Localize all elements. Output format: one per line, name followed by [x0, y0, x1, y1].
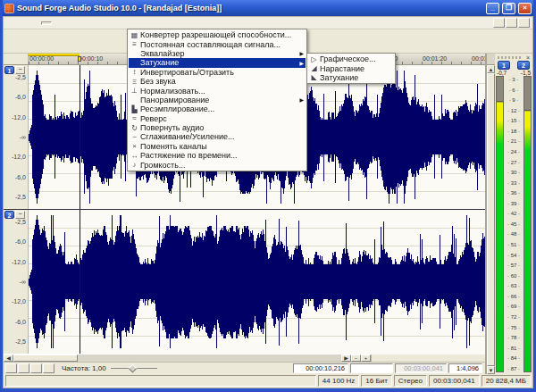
menubar-item[interactable] [14, 22, 23, 24]
meter-titlebar[interactable]: × [496, 54, 532, 61]
loop-region-bar[interactable] [29, 54, 80, 56]
meter-tick-label: 84 [504, 355, 523, 361]
horizontal-scrollbar[interactable]: ◀ ▶ − + [4, 354, 485, 362]
loop-playback-button[interactable] [21, 42, 35, 53]
channel-2-minimize-button[interactable]: − [15, 211, 25, 219]
save-button[interactable] [36, 30, 50, 41]
bit-depth-pane: 16 Бит [361, 375, 392, 387]
go-to-start-button[interactable] [5, 363, 17, 373]
process-menu-item[interactable]: Затухание ▶ [129, 58, 306, 67]
stop-button[interactable] [30, 363, 42, 373]
zoom-out-time-button[interactable]: − [351, 354, 361, 362]
maximize-button[interactable]: ❐ [502, 3, 515, 14]
scroll-up-button[interactable]: ▲ [487, 65, 495, 73]
save-as-button[interactable] [51, 30, 65, 41]
menu-item-label: Громкость... [140, 161, 298, 170]
db-scale-label: -∞ [4, 134, 26, 140]
process-menu-item[interactable]: ↕ Инвертировать/Отразить [129, 68, 306, 77]
scroll-left-button[interactable]: ◀ [4, 354, 13, 362]
menu-item-label: Без звука [140, 77, 298, 86]
process-menu-item[interactable]: × Поменять каналы [129, 142, 306, 151]
menubar-item[interactable] [96, 22, 105, 24]
meter-peak-right: -1,5 [521, 70, 531, 76]
db-scale-label: -2,5 [4, 219, 26, 225]
channel-2-wave-area[interactable] [29, 210, 485, 354]
play-button[interactable] [43, 363, 54, 373]
menubar-item[interactable] [23, 22, 32, 24]
meter-close-icon[interactable]: × [524, 54, 532, 61]
process-menu-item[interactable]: Эквалайзер ▶ [129, 49, 306, 58]
menubar-item[interactable] [52, 22, 61, 24]
process-menu-item[interactable]: Панорамирование ▶ [129, 96, 306, 104]
menu-item-icon: ~ [129, 133, 140, 141]
open-file-button[interactable] [21, 30, 35, 41]
process-menu-item[interactable]: Ξ Без звука [129, 77, 306, 86]
scrollbar-track[interactable] [78, 354, 341, 362]
process-menu-item[interactable]: ⊥ Нормализовать... [129, 86, 306, 95]
scroll-right-button[interactable]: ▶ [341, 354, 351, 362]
rewind-button[interactable] [112, 42, 126, 53]
scroll-down-button[interactable]: ▼ [487, 366, 495, 374]
paste-button[interactable] [112, 30, 126, 41]
play-button[interactable] [51, 42, 65, 53]
menubar-item[interactable] [79, 22, 88, 24]
app-window: Sound Forge Audio Studio 10.0 - [Randaja… [0, 0, 536, 392]
menubar-item[interactable] [61, 22, 70, 24]
meter-peak-left: -0,7 [497, 70, 507, 76]
cursor-marker[interactable] [78, 56, 81, 62]
cursor-line [80, 65, 80, 209]
process-menu-item[interactable]: ▙ Ресэмплирование... [129, 104, 306, 113]
process-menu-item[interactable]: ↔ Растяжение по времени... [129, 151, 306, 160]
record-button[interactable] [5, 42, 20, 53]
menubar-item[interactable] [5, 22, 14, 24]
fade-submenu-item[interactable]: ◢ Нарастание [308, 63, 394, 72]
vertical-scrollbar[interactable]: ▲ ▼ [486, 54, 495, 374]
cursor-position-box[interactable]: 00:00:10,216 [293, 363, 348, 373]
cut-button[interactable] [81, 30, 96, 41]
selection-box[interactable] [350, 363, 393, 373]
zoom-in-time-button[interactable]: + [361, 354, 371, 362]
rate-label: Частота: 1,00 [62, 364, 106, 372]
menubar-item[interactable] [41, 21, 52, 25]
grip-handle-icon[interactable] [498, 56, 523, 59]
mdi-minimize-button[interactable] [493, 18, 505, 28]
new-file-button[interactable] [5, 30, 20, 41]
process-menu-item[interactable]: ~ Сглаживание/Усиление... [129, 132, 306, 141]
waveform-channel-2[interactable] [29, 210, 485, 354]
process-menu-item[interactable]: ▦ Конвертер разрешающей способности... [129, 30, 306, 39]
menubar-item[interactable] [70, 22, 79, 24]
menubar-item[interactable] [32, 22, 41, 24]
fade-submenu-item[interactable]: ▷ Графическое... [308, 54, 394, 63]
process-menu-item[interactable]: ≈ Реверс [129, 114, 306, 123]
pause-button[interactable] [66, 42, 80, 53]
rate-slider-thumb[interactable] [128, 364, 137, 373]
go-to-end-button[interactable] [18, 363, 29, 373]
channel-2: 2 − -2,5-6,0-12,0-∞-12,0-6,0-2,5 [4, 209, 485, 354]
rate-slider[interactable] [111, 364, 157, 372]
process-menu-item[interactable]: ↻ Повернуть аудио [129, 123, 306, 132]
fade-submenu-item[interactable]: ◣ Затухание [308, 73, 394, 82]
meter-tick-label: 15 [504, 118, 523, 123]
channel-1-minimize-button[interactable]: − [15, 66, 25, 74]
length-box[interactable]: 00:03:00,041 [395, 363, 447, 373]
publish-button[interactable] [66, 30, 80, 41]
meter-scale: 3691215182124273033363942454851545760636… [504, 76, 523, 372]
mdi-restore-button[interactable] [506, 18, 517, 28]
process-menu-item[interactable]: ♪ Громкость... [129, 160, 306, 169]
title-bar[interactable]: Sound Forge Audio Studio 10.0 - [Randaja… [3, 0, 533, 16]
process-menu-item[interactable]: ≡ Постоянная составляющая сигнала... [129, 39, 306, 48]
vertical-scrollbar-thumb[interactable] [487, 73, 495, 366]
zoom-ratio-box[interactable]: 1:4,096 [448, 363, 482, 373]
meter-channel-2-badge: 2 [517, 61, 530, 70]
play-all-button[interactable] [36, 42, 50, 53]
close-button[interactable]: × [518, 3, 532, 14]
minimize-button[interactable]: _ [486, 3, 499, 14]
scrollbar-thumb[interactable] [13, 354, 78, 362]
mdi-close-button[interactable] [518, 18, 530, 28]
copy-button[interactable] [96, 30, 111, 41]
stop-button[interactable] [81, 42, 96, 53]
go-to-start-button[interactable] [96, 42, 111, 53]
meter-tick-label: 21 [504, 138, 523, 144]
menubar-item[interactable] [88, 22, 96, 24]
document-transport-row: Частота: 1,00 00:00:10,216 00:03:00,041 … [4, 362, 485, 374]
